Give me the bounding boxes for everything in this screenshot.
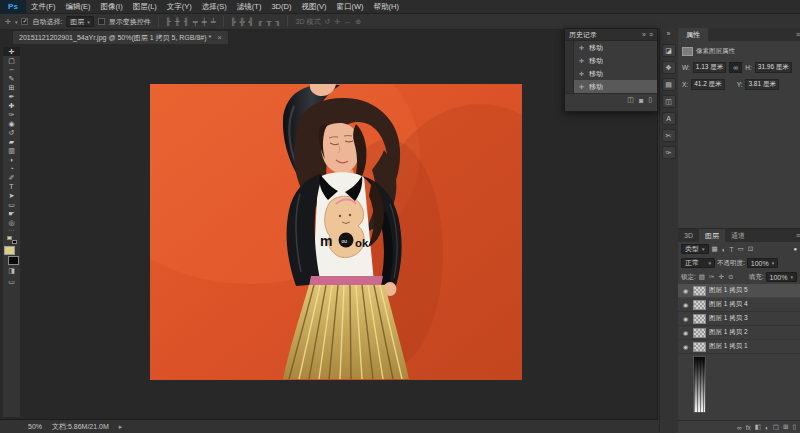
filter-shape-icon[interactable]: ▭ bbox=[737, 245, 745, 253]
filter-smart-object-icon[interactable]: ⊡ bbox=[747, 245, 754, 253]
layer-row[interactable]: ◉ 图层 1 拷贝 4 bbox=[678, 298, 800, 312]
layer-style-icon[interactable]: fx bbox=[746, 424, 751, 431]
adjustment-layer-icon[interactable]: ◐ bbox=[765, 424, 769, 431]
new-document-from-state-icon[interactable]: ◫ bbox=[627, 96, 634, 104]
open-image-canvas[interactable]: m ou ok bbox=[150, 84, 522, 380]
eye-icon[interactable]: ◉ bbox=[681, 287, 690, 294]
tab-3d[interactable]: 3D bbox=[678, 229, 699, 242]
x-field[interactable]: 41.2 厘米 bbox=[691, 79, 724, 90]
filter-toggle-icon[interactable]: ● bbox=[793, 246, 797, 252]
layer-thumbnail[interactable] bbox=[693, 314, 706, 324]
close-icon[interactable]: × bbox=[217, 34, 222, 42]
opacity-dropdown[interactable]: 100% ▾ bbox=[747, 258, 778, 268]
delete-layer-icon[interactable]: ▯ bbox=[792, 423, 796, 431]
menu-image[interactable]: 图像(I) bbox=[96, 0, 128, 14]
panel-menu-icon[interactable]: ≡ bbox=[649, 31, 653, 38]
lock-transparency-icon[interactable]: ▨ bbox=[698, 273, 706, 281]
foreground-color-swatch[interactable] bbox=[4, 246, 15, 255]
history-step[interactable]: ✛ 移动 bbox=[565, 54, 657, 67]
menu-layer[interactable]: 图层(L) bbox=[128, 0, 162, 14]
distribute-right-icon[interactable]: ╣ bbox=[249, 18, 254, 25]
spot-healing-tool[interactable]: ✚ bbox=[3, 101, 20, 110]
align-left-edges-icon[interactable]: ╟ bbox=[166, 18, 171, 25]
layer-row[interactable]: ◉ 图层 1 拷贝 1 bbox=[678, 340, 800, 354]
history-source-checkbox[interactable] bbox=[565, 54, 574, 67]
quick-selection-tool[interactable]: ✎ bbox=[3, 74, 20, 83]
lock-position-icon[interactable]: ✛ bbox=[717, 273, 724, 281]
zoom-tool[interactable]: ◎ bbox=[3, 218, 20, 227]
tab-channels[interactable]: 通道 bbox=[725, 229, 751, 242]
tab-properties[interactable]: 属性 bbox=[678, 28, 708, 41]
expand-panels-icon[interactable]: » bbox=[667, 28, 671, 40]
type-tool[interactable]: T bbox=[3, 182, 20, 191]
history-step-selected[interactable]: ✛ 移动 bbox=[565, 80, 657, 93]
history-source-checkbox[interactable] bbox=[565, 80, 574, 93]
hand-tool[interactable]: ☛ bbox=[3, 209, 20, 218]
gradient-tool[interactable]: ▥ bbox=[3, 146, 20, 155]
rectangular-marquee-tool[interactable]: ▢ bbox=[3, 56, 20, 65]
menu-type[interactable]: 文字(Y) bbox=[162, 0, 197, 14]
brush-presets-icon[interactable]: ✑ bbox=[662, 146, 676, 159]
layer-thumbnail-gradient[interactable] bbox=[693, 356, 706, 413]
auto-select-dropdown[interactable]: 图层 ▾ bbox=[66, 16, 94, 27]
eraser-tool[interactable]: ▰ bbox=[3, 137, 20, 146]
default-colors-icon[interactable] bbox=[7, 236, 17, 244]
distribute-middle-icon[interactable]: ╥ bbox=[267, 18, 272, 25]
edit-toolbar-icon[interactable]: ⋯ bbox=[9, 227, 15, 235]
align-right-edges-icon[interactable]: ╢ bbox=[184, 18, 189, 25]
align-top-edges-icon[interactable]: ╤ bbox=[193, 18, 198, 25]
filter-pixel-icon[interactable]: ▦ bbox=[711, 245, 719, 253]
document-tab[interactable]: 20151121202901_54aYr.jpg @ 50%(图层 1 拷贝 5… bbox=[12, 30, 229, 44]
brush-tool[interactable]: ✑ bbox=[3, 110, 20, 119]
align-bottom-edges-icon[interactable]: ╧ bbox=[211, 18, 216, 25]
width-field[interactable]: 1.13 厘米 bbox=[693, 62, 726, 73]
y-field[interactable]: 3.81 厘米 bbox=[745, 79, 778, 90]
tool-preset-icon[interactable]: ✛ bbox=[5, 18, 11, 26]
link-layers-icon[interactable]: ∞ bbox=[737, 424, 742, 431]
eye-icon[interactable]: ◉ bbox=[681, 343, 690, 350]
info-icon[interactable]: ▤ bbox=[662, 78, 676, 91]
align-horizontal-centers-icon[interactable]: ╫ bbox=[175, 18, 180, 25]
crop-tool[interactable]: ⊞ bbox=[3, 83, 20, 92]
rectangle-tool[interactable]: ▭ bbox=[3, 200, 20, 209]
background-color-swatch[interactable] bbox=[8, 256, 19, 265]
menu-file[interactable]: 文件(F) bbox=[26, 0, 61, 14]
layer-thumbnail[interactable] bbox=[693, 342, 706, 352]
distribute-bottom-icon[interactable]: ╖ bbox=[276, 18, 281, 25]
menu-help[interactable]: 帮助(H) bbox=[369, 0, 404, 14]
blend-mode-dropdown[interactable]: 正常 ▾ bbox=[681, 258, 715, 268]
layer-row[interactable]: ◉ 图层 1 拷贝 3 bbox=[678, 312, 800, 326]
layer-row[interactable]: ◉ 图层 1 拷贝 5 bbox=[678, 284, 800, 298]
adjustments-icon[interactable]: ◪ bbox=[662, 44, 676, 57]
screen-mode-button[interactable]: ▭ bbox=[8, 276, 15, 287]
new-snapshot-icon[interactable]: ◙ bbox=[639, 97, 643, 104]
eye-icon[interactable]: ◉ bbox=[681, 301, 690, 308]
distribute-top-icon[interactable]: ╓ bbox=[258, 18, 263, 25]
layer-thumbnail[interactable] bbox=[693, 328, 706, 338]
add-mask-icon[interactable]: ◧ bbox=[755, 423, 761, 431]
layer-row[interactable]: ◉ 图层 1 拷贝 2 bbox=[678, 326, 800, 340]
status-options-icon[interactable]: ▸ bbox=[119, 423, 123, 431]
character-icon[interactable]: A bbox=[662, 112, 676, 125]
history-step[interactable]: ✛ 移动 bbox=[565, 67, 657, 80]
new-group-icon[interactable]: ▢ bbox=[773, 423, 779, 431]
history-step[interactable]: ✛ 移动 bbox=[565, 41, 657, 54]
eyedropper-tool[interactable]: ✒ bbox=[3, 92, 20, 101]
move-tool[interactable]: ✛ bbox=[3, 47, 20, 56]
show-transform-checkbox[interactable] bbox=[98, 18, 105, 25]
auto-select-checkbox[interactable]: ✓ bbox=[21, 18, 28, 25]
quick-mask-button[interactable]: ◨ bbox=[8, 265, 15, 276]
distribute-left-icon[interactable]: ╠ bbox=[231, 18, 236, 25]
menu-window[interactable]: 窗口(W) bbox=[331, 0, 368, 14]
history-panel-header[interactable]: 历史记录 » ≡ bbox=[565, 29, 657, 41]
tab-layers[interactable]: 图层 bbox=[699, 229, 725, 242]
lock-all-icon[interactable]: ⊙ bbox=[727, 273, 734, 281]
menu-view[interactable]: 视图(V) bbox=[296, 0, 331, 14]
layer-comps-icon[interactable]: ◫ bbox=[662, 95, 676, 108]
zoom-level-field[interactable]: 50% bbox=[28, 423, 42, 430]
new-layer-icon[interactable]: ⊞ bbox=[783, 423, 788, 431]
lock-pixels-icon[interactable]: ✑ bbox=[708, 273, 715, 281]
pen-tool[interactable]: ✐ bbox=[3, 173, 20, 182]
layer-thumbnail[interactable] bbox=[693, 300, 706, 310]
path-selection-tool[interactable]: ➤ bbox=[3, 191, 20, 200]
